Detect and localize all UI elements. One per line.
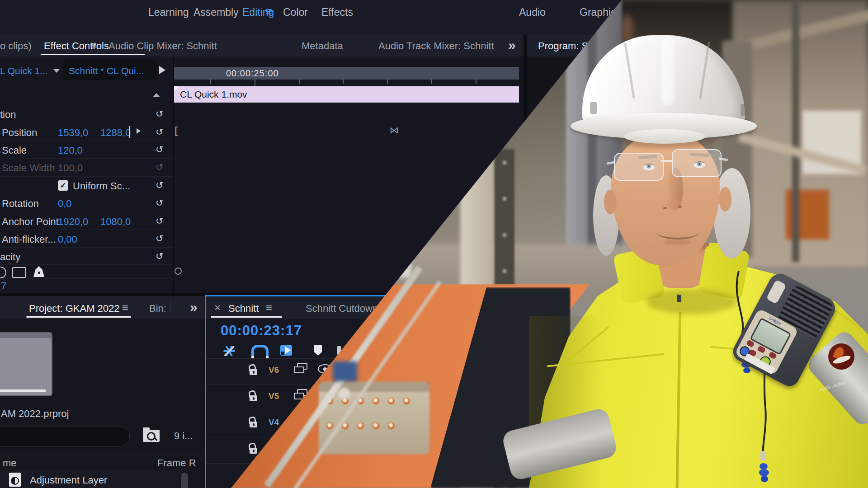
rotation-value[interactable]: 0,0 bbox=[58, 198, 72, 210]
track-v3-lock-icon[interactable] bbox=[250, 443, 259, 454]
workspace-editing-menu-icon[interactable] bbox=[266, 6, 272, 17]
project-item-thumbnail[interactable] bbox=[0, 332, 52, 396]
thumbnail-header-strip bbox=[0, 333, 52, 338]
tab-schnitt-cutdown[interactable]: Schnitt Cutdown bbox=[306, 303, 378, 314]
track-v4-label[interactable]: V4 bbox=[269, 418, 279, 427]
opacity-partial-value[interactable]: 7 bbox=[1, 280, 6, 292]
workspace-tab-learning[interactable]: Learning bbox=[148, 6, 189, 19]
scale-label: Scale bbox=[2, 145, 27, 156]
gas-detector-screen bbox=[750, 318, 791, 355]
track-v5-lock-icon[interactable] bbox=[250, 390, 259, 402]
chevron-down-icon[interactable] bbox=[53, 69, 60, 73]
thumbnail-footer-line bbox=[0, 389, 46, 392]
ruler-tick bbox=[387, 80, 388, 84]
ruler-tick bbox=[343, 80, 344, 84]
project-menu-icon[interactable] bbox=[122, 302, 128, 313]
play-toggle-icon[interactable] bbox=[159, 66, 165, 74]
source-clip-name[interactable]: L Quick 1... bbox=[0, 66, 47, 76]
track-v6-nest-icon[interactable] bbox=[294, 363, 307, 372]
project-tab-underline bbox=[26, 316, 131, 318]
schnitt-tab-underline bbox=[211, 316, 282, 318]
reset-anti-flicker-icon[interactable] bbox=[156, 233, 164, 244]
column-frame-rate[interactable]: Frame R bbox=[157, 457, 196, 469]
position-x-value[interactable]: 1539,0 bbox=[58, 127, 88, 139]
project-search-input[interactable] bbox=[0, 427, 130, 446]
keyframe-bowtie-icon[interactable]: ⋈ bbox=[390, 125, 399, 136]
ruler-tick bbox=[255, 80, 255, 86]
next-keyframe-icon[interactable] bbox=[137, 128, 141, 134]
text-cursor bbox=[129, 126, 130, 138]
adjustment-layer-label[interactable]: Adjustment Layer bbox=[30, 474, 107, 486]
project-overflow-chevron[interactable]: » bbox=[190, 300, 198, 315]
sequence-clip-name[interactable]: Schnitt * CL Qui... bbox=[69, 66, 144, 76]
reset-uniform-icon[interactable] bbox=[156, 180, 164, 191]
tab-strip-divider bbox=[491, 40, 491, 52]
tab-bin[interactable]: Bin: bbox=[149, 303, 166, 314]
list-scrollbar[interactable] bbox=[181, 473, 188, 488]
timeline-menu-icon[interactable] bbox=[266, 302, 272, 313]
workspace-tab-effects[interactable]: Effects bbox=[321, 6, 353, 19]
linked-selection-icon[interactable] bbox=[280, 345, 292, 356]
timeline-close-icon[interactable]: × bbox=[214, 301, 221, 314]
tab-project[interactable]: Project: GKAM 2022 bbox=[29, 303, 120, 314]
zoom-handle-icon[interactable] bbox=[175, 267, 182, 275]
effect-controls-menu-icon[interactable] bbox=[90, 40, 97, 51]
reset-rotation-icon[interactable] bbox=[156, 197, 164, 208]
ruler-tick bbox=[476, 80, 476, 84]
reset-position-icon[interactable] bbox=[156, 127, 164, 137]
rect-mask-icon[interactable] bbox=[12, 267, 26, 278]
anchor-x-value[interactable]: 1920,0 bbox=[58, 216, 88, 228]
ruler-tick bbox=[210, 80, 211, 84]
anchor-point-label: Anchor Point bbox=[2, 216, 59, 228]
effect-controls-tab-underline bbox=[41, 54, 145, 55]
collapse-arrow-icon[interactable] bbox=[153, 93, 160, 97]
reset-scale-width-icon bbox=[156, 162, 164, 173]
tab-audio-track-mixer[interactable]: Audio Track Mixer: Schnitt bbox=[378, 40, 494, 52]
track-v5-label[interactable]: V5 bbox=[269, 391, 279, 401]
uniform-scale-checkbox[interactable] bbox=[58, 180, 68, 191]
find-folder-icon[interactable] bbox=[143, 427, 160, 445]
position-y-value[interactable]: 1288,0 bbox=[100, 127, 131, 139]
workspace-tab-assembly[interactable]: Assembly bbox=[193, 6, 239, 19]
adjustment-layer-icon bbox=[9, 473, 21, 487]
snap-off-icon[interactable] bbox=[223, 345, 235, 357]
track-v6-lock-icon[interactable] bbox=[250, 364, 259, 375]
reset-opacity-icon[interactable] bbox=[156, 251, 164, 262]
opacity-header[interactable]: acity bbox=[0, 251, 20, 263]
tab-audio-clip-mixer[interactable]: Audio Clip Mixer: Schnitt bbox=[108, 40, 217, 52]
anti-flicker-label: Anti-flicker... bbox=[2, 234, 56, 245]
timeline-timecode[interactable]: 00:00:23:17 bbox=[221, 323, 302, 339]
scale-width-label: Scale Width bbox=[2, 162, 55, 174]
position-label: Position bbox=[2, 127, 37, 139]
tab-program-monitor[interactable]: Program: S bbox=[538, 40, 588, 52]
track-v4-lock-icon[interactable] bbox=[250, 417, 259, 428]
premiere-pro-window: Learning Assembly Editing Color Effects … bbox=[0, 0, 868, 488]
ruler-tick bbox=[299, 80, 300, 84]
motion-header[interactable]: tion bbox=[0, 109, 16, 121]
workspace-tab-color[interactable]: Color bbox=[283, 6, 308, 19]
snap-magnet-icon[interactable] bbox=[251, 345, 269, 357]
panel-overflow-chevron[interactable]: » bbox=[508, 38, 516, 53]
column-divider[interactable] bbox=[153, 455, 153, 471]
anchor-y-value[interactable]: 1080,0 bbox=[100, 216, 131, 228]
scale-value[interactable]: 120,0 bbox=[58, 145, 83, 156]
reset-scale-icon[interactable] bbox=[156, 144, 164, 155]
reset-anchor-icon[interactable] bbox=[156, 216, 164, 226]
column-name[interactable]: me bbox=[3, 457, 17, 469]
project-file-name: AM 2022.prproj bbox=[1, 408, 69, 420]
tab-schnitt[interactable]: Schnitt bbox=[228, 303, 259, 314]
reset-motion-icon[interactable] bbox=[156, 108, 164, 119]
clip-in-bracket: [ bbox=[175, 125, 178, 136]
tab-effect-controls[interactable]: Effect Controls bbox=[44, 40, 109, 52]
uniform-scale-label: Uniform Sc... bbox=[73, 180, 130, 192]
workspace-tab-audio[interactable]: Audio bbox=[519, 6, 546, 19]
tab-metadata[interactable]: Metadata bbox=[302, 40, 343, 52]
tab-partial-clips[interactable]: o clips) bbox=[0, 40, 32, 52]
ruler-tick bbox=[431, 80, 432, 84]
rotation-label: Rotation bbox=[2, 198, 39, 210]
project-strip-divider bbox=[170, 300, 170, 314]
timeline-focus-border-left bbox=[205, 295, 206, 488]
track-v6-label[interactable]: V6 bbox=[269, 365, 279, 375]
anti-flicker-value[interactable]: 0,00 bbox=[58, 234, 77, 245]
project-item-count: 9 i... bbox=[174, 430, 193, 442]
